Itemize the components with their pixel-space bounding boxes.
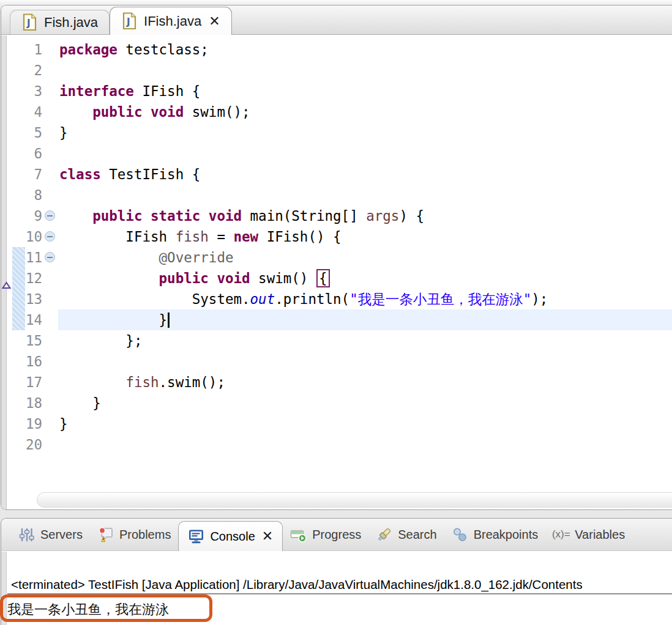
code-line[interactable]: 16 [1, 351, 672, 372]
editor-tab-ifish-java[interactable]: JIFish.java✕ [110, 7, 232, 35]
code-text[interactable] [58, 434, 672, 455]
code-text[interactable]: } [58, 309, 672, 330]
view-tab-progress[interactable]: Progress [283, 519, 368, 550]
code-token [59, 208, 92, 224]
code-line[interactable]: 15 }; [1, 330, 672, 351]
code-text[interactable]: }; [58, 330, 672, 351]
view-tab-variables[interactable]: (x)=Variables [545, 519, 632, 550]
gutter-marker-cell [1, 122, 12, 143]
code-text[interactable] [58, 60, 672, 81]
fold-cell [42, 247, 58, 268]
line-number: 10 [25, 226, 42, 247]
code-token: IFish [59, 229, 176, 245]
code-line[interactable]: 3interface IFish { [1, 81, 672, 102]
editor-tab-label: Fish.java [44, 15, 98, 31]
view-tab-search[interactable]: Search [368, 519, 444, 550]
code-line[interactable]: 14 } [1, 309, 672, 330]
code-token: }; [59, 333, 142, 349]
console-separator [7, 593, 672, 594]
close-tab-icon[interactable]: ✕ [209, 15, 220, 28]
line-number: 4 [25, 102, 42, 122]
code-line[interactable]: 6 [1, 143, 672, 164]
view-tab-servers[interactable]: Servers [11, 519, 90, 550]
code-line[interactable]: 10 IFish fish = new IFish() { [1, 226, 672, 247]
code-line[interactable]: 18 } [1, 393, 672, 413]
code-token: void [217, 270, 250, 286]
range-indicator-cell [12, 143, 25, 164]
code-token: { [316, 269, 330, 287]
code-token: interface [59, 83, 134, 99]
code-line[interactable]: 11 @Override [1, 247, 672, 268]
gutter-marker-cell [1, 413, 12, 434]
code-token: IFish() { [258, 229, 341, 245]
code-token [59, 250, 159, 265]
code-token: public [92, 208, 142, 224]
view-tab-console[interactable]: Console✕ [178, 521, 283, 551]
code-line[interactable]: 2 [1, 60, 672, 81]
code-text[interactable]: } [58, 393, 672, 413]
code-line[interactable]: 13 System.out.println("我是一条小丑鱼，我在游泳"); [1, 289, 672, 309]
fold-cell [42, 226, 58, 247]
code-line[interactable]: 1package testclass; [1, 39, 672, 60]
console-content[interactable]: <terminated> TestIFish [Java Application… [1, 552, 672, 625]
code-line[interactable]: 8 [1, 185, 672, 205]
gutter-marker-cell [1, 143, 12, 164]
editor-horizontal-scrollbar[interactable] [37, 492, 672, 508]
code-text[interactable]: } [58, 122, 672, 143]
code-text[interactable]: fish.swim(); [58, 372, 672, 393]
code-line[interactable]: 12 public void swim() { [1, 268, 672, 289]
code-token [59, 374, 125, 390]
range-indicator-cell [12, 372, 25, 393]
code-text[interactable]: public void swim() { [58, 268, 672, 289]
fold-collapse-icon[interactable] [45, 252, 55, 262]
code-line[interactable]: 17 fish.swim(); [1, 372, 672, 393]
range-indicator-cell [12, 309, 25, 330]
code-text[interactable]: public void swim(); [58, 102, 672, 122]
code-text[interactable]: IFish fish = new IFish() { [58, 226, 672, 247]
line-number: 11 [25, 247, 42, 268]
view-tab-breakpoints[interactable]: Breakpoints [444, 519, 546, 550]
code-text[interactable] [58, 143, 672, 164]
fold-cell [42, 185, 58, 205]
code-editor[interactable]: 1package testclass;23interface IFish {4 … [1, 35, 672, 509]
code-text[interactable]: class TestIFish { [58, 164, 672, 185]
code-token: ) { [399, 208, 424, 224]
code-text[interactable]: interface IFish { [58, 81, 672, 102]
close-tab-icon[interactable]: ✕ [262, 530, 273, 543]
code-token: @Override [159, 250, 234, 265]
code-line[interactable]: 19} [1, 413, 672, 434]
code-line[interactable]: 4 public void swim(); [1, 102, 672, 122]
view-tab-label: Console [210, 530, 255, 544]
line-number: 12 [25, 268, 42, 289]
fold-cell [42, 413, 58, 434]
servers-icon [18, 527, 35, 543]
range-indicator-cell [12, 60, 25, 81]
code-line[interactable]: 7class TestIFish { [1, 164, 672, 185]
code-line[interactable]: 20 [1, 434, 672, 455]
fold-collapse-icon[interactable] [45, 210, 55, 221]
code-token: TestIFish { [101, 166, 201, 182]
gutter-marker-cell [1, 226, 12, 247]
code-token: "我是一条小丑鱼，我在游泳" [349, 291, 531, 307]
fold-cell [42, 143, 58, 164]
svg-text:J: J [126, 17, 130, 28]
progress-icon [290, 527, 307, 543]
fold-collapse-icon[interactable] [45, 231, 55, 242]
line-number: 7 [25, 164, 42, 185]
view-tabbar: ServersProblemsConsole✕ProgressSearchBre… [1, 519, 672, 551]
code-line[interactable]: 9 public static void main(String[] args)… [1, 205, 672, 226]
code-text[interactable] [58, 185, 672, 205]
code-token [209, 270, 217, 286]
code-text[interactable]: System.out.println("我是一条小丑鱼，我在游泳"); [58, 289, 672, 309]
editor-tab-fish-java[interactable]: JFish.java [10, 10, 110, 34]
code-token: System. [59, 291, 250, 307]
code-text[interactable]: public static void main(String[] args) { [58, 205, 672, 226]
gutter-marker-cell [1, 205, 12, 226]
code-text[interactable] [58, 351, 672, 372]
view-tab-problems[interactable]: Problems [90, 519, 178, 550]
variables-icon: (x)= [553, 527, 569, 543]
code-line[interactable]: 5} [1, 122, 672, 143]
code-text[interactable]: @Override [58, 247, 672, 268]
code-text[interactable]: package testclass; [58, 39, 672, 60]
code-text[interactable]: } [58, 413, 672, 434]
